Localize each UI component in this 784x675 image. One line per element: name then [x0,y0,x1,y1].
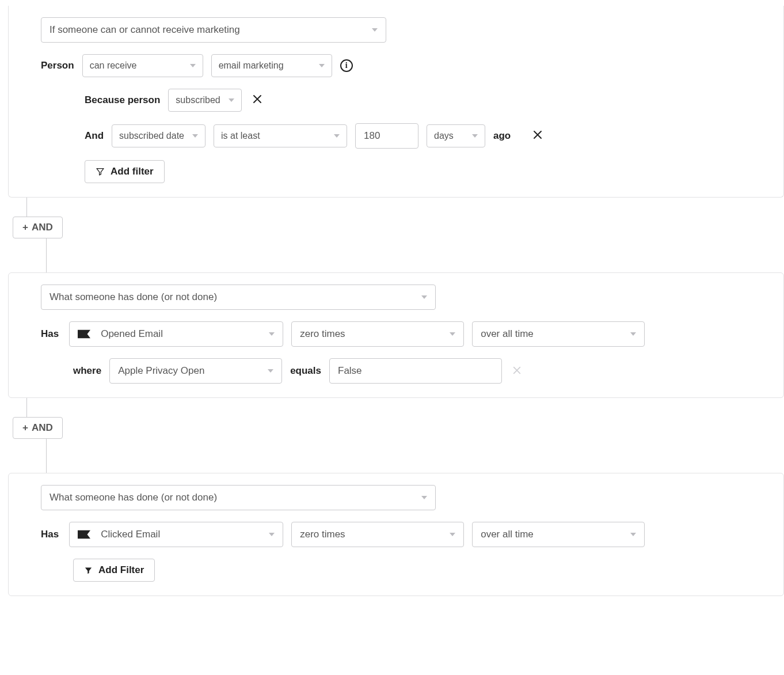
and-connector-label: AND [32,422,53,434]
add-filter-button[interactable]: Add filter [85,160,165,183]
and-connector-button[interactable]: + AND [13,217,63,238]
has-label: Has [41,328,59,340]
timeframe-value: over all time [481,328,622,340]
funnel-icon [96,167,105,176]
and-connector-button[interactable]: + AND [13,417,63,439]
condition-type-label: What someone has done (or not done) [50,291,413,303]
count-value: zero times [300,328,442,340]
condition-type-label: What someone has done (or not done) [50,492,413,503]
and-connector-label: AND [32,222,53,233]
remove-because-button[interactable] [250,93,265,108]
add-filter-button[interactable]: Add Filter [73,559,155,582]
metric-select[interactable]: Opened Email [69,321,283,347]
person-label: Person [41,60,74,71]
where-op-label: equals [290,365,321,377]
condition-block-1: If someone can or cannot receive marketi… [8,6,784,198]
date-op-select[interactable]: is at least [214,124,347,147]
date-unit-value: days [434,131,464,141]
chevron-down-icon [421,295,427,299]
plus-icon: + [22,222,28,233]
chevron-down-icon [421,496,427,499]
chevron-down-icon [269,533,275,536]
funnel-solid-icon [84,566,93,575]
chevron-down-icon [192,134,198,138]
condition-type-label: If someone can or cannot receive marketi… [50,24,364,36]
where-field-value: Apple Privacy Open [118,365,260,377]
date-op-value: is at least [221,131,326,141]
timeframe-select[interactable]: over all time [472,522,645,547]
where-field-select[interactable]: Apple Privacy Open [109,358,282,384]
condition-type-select[interactable]: What someone has done (or not done) [41,285,436,310]
chevron-down-icon [190,64,196,67]
can-receive-select[interactable]: can receive [82,54,203,77]
because-select[interactable]: subscribed [168,89,241,112]
chevron-down-icon [472,134,478,138]
channel-select[interactable]: email marketing [211,54,332,77]
chevron-down-icon [372,28,378,32]
channel-value: email marketing [219,60,311,71]
count-select[interactable]: zero times [291,321,464,347]
count-select[interactable]: zero times [291,522,464,547]
has-label: Has [41,529,59,540]
info-icon[interactable]: i [340,59,353,72]
count-value: zero times [300,529,442,540]
because-value: subscribed [176,95,220,105]
date-field-value: subscribed date [119,131,184,141]
condition-type-select[interactable]: What someone has done (or not done) [41,485,436,510]
condition-block-2: What someone has done (or not done) Has … [8,272,784,398]
chevron-down-icon [334,134,340,138]
connector-1: + AND [0,198,784,272]
chevron-down-icon [630,332,636,336]
chevron-down-icon [229,98,234,102]
chevron-down-icon [450,332,455,336]
and-label: And [85,130,104,142]
date-value-input[interactable] [355,123,418,149]
ago-label: ago [493,130,511,142]
metric-value: Clicked Email [101,529,160,540]
metric-value: Opened Email [101,328,163,340]
add-filter-label: Add filter [111,166,154,177]
where-label: where [73,365,101,377]
condition-block-3: What someone has done (or not done) Has … [8,473,784,596]
chevron-down-icon [269,332,275,336]
remove-where-button[interactable] [510,363,524,378]
remove-date-button[interactable] [530,128,545,143]
timeframe-value: over all time [481,529,622,540]
connector-2: + AND [0,398,784,473]
timeframe-select[interactable]: over all time [472,321,645,347]
condition-type-select[interactable]: If someone can or cannot receive marketi… [41,17,386,43]
plus-icon: + [22,422,28,434]
chevron-down-icon [630,533,636,536]
date-unit-select[interactable]: days [427,124,485,147]
date-field-select[interactable]: subscribed date [112,124,205,147]
flag-icon [78,530,90,539]
chevron-down-icon [450,533,455,536]
flag-icon [78,329,90,339]
can-receive-value: can receive [90,60,182,71]
metric-select[interactable]: Clicked Email [69,522,283,547]
chevron-down-icon [268,369,273,373]
because-label: Because person [85,94,160,106]
chevron-down-icon [319,64,325,67]
add-filter-label: Add Filter [98,564,144,576]
where-value-input[interactable] [329,358,502,384]
